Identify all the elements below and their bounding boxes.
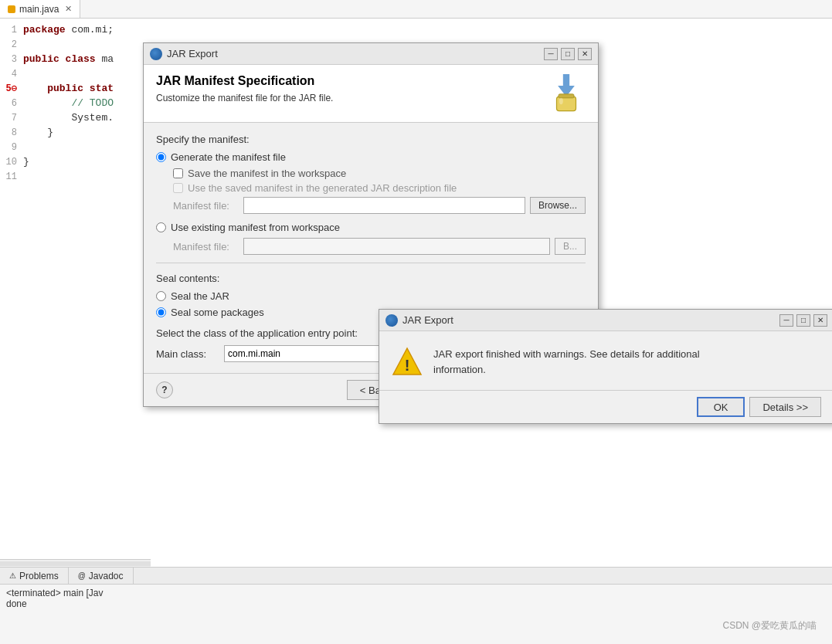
- code-line-1: 1 package com.mi;: [0, 22, 151, 37]
- tab-close-icon[interactable]: ✕: [65, 4, 72, 14]
- jar-icon: [547, 74, 586, 113]
- code-line-5: 5⊖ public stat: [0, 81, 151, 96]
- manifest-file-input[interactable]: [243, 197, 525, 214]
- warning-maximize-button[interactable]: □: [796, 314, 810, 327]
- bottom-tabs: ⚠ Problems @ Javadoc: [0, 568, 832, 585]
- editor-content: 1 package com.mi; 2 3 public class ma 4 …: [0, 19, 151, 567]
- warning-titlebar-controls[interactable]: ─ □ ✕: [779, 314, 827, 327]
- svg-marker-0: [558, 74, 575, 97]
- dialog-header: JAR Manifest Specification Customize the…: [144, 65, 598, 123]
- manifest-file2-input[interactable]: [243, 238, 550, 255]
- warning-line2: information.: [433, 364, 486, 375]
- warning-dialog-title: JAR Export: [402, 314, 453, 326]
- watermark: CSDN @爱吃黄瓜的喵: [722, 619, 817, 632]
- warning-dialog: JAR Export ─ □ ✕ ! JAR export finished w…: [379, 309, 832, 424]
- manifest-file-label: Manifest file:: [173, 200, 239, 212]
- dialog-title-icon: [150, 48, 162, 60]
- warning-titlebar: JAR Export ─ □ ✕: [379, 310, 832, 331]
- seal-packages-label: Seal some packages: [171, 307, 264, 318]
- help-button[interactable]: ?: [156, 381, 173, 398]
- seal-jar-row: Seal the JAR: [156, 290, 586, 302]
- jar-svg: [547, 74, 586, 113]
- minimize-button[interactable]: ─: [544, 48, 558, 60]
- svg-text:!: !: [405, 357, 410, 374]
- browse-manifest2-button[interactable]: B...: [555, 238, 586, 255]
- radio-generate-label: Generate the manifest file: [171, 151, 286, 163]
- maximize-button[interactable]: □: [561, 48, 575, 60]
- svg-rect-2: [559, 94, 574, 98]
- warning-svg: !: [392, 347, 423, 378]
- code-line-4: 4: [0, 66, 151, 81]
- code-line-3: 3 public class ma: [0, 52, 151, 66]
- manifest-file-row: Manifest file: Browse...: [173, 197, 586, 214]
- bottom-content: <terminated> main [Jav done: [0, 585, 832, 612]
- seal-label: Seal contents:: [156, 273, 586, 284]
- code-line-10: 10 }: [0, 154, 151, 169]
- warning-minimize-button[interactable]: ─: [779, 314, 793, 327]
- code-line-7: 7 System.: [0, 110, 151, 125]
- specify-manifest-label: Specify the manifest:: [156, 134, 586, 145]
- details-button[interactable]: Details >>: [749, 397, 821, 417]
- code-line-8: 8 }: [0, 125, 151, 140]
- checkbox-use-saved-label: Use the saved manifest in the generated …: [188, 182, 457, 194]
- warning-line1: JAR export finished with warnings. See d…: [433, 348, 700, 360]
- radio-existing[interactable]: [156, 222, 166, 232]
- radio-seal-packages[interactable]: [156, 307, 166, 317]
- problems-tab-label: Problems: [19, 571, 59, 581]
- dialog-heading: JAR Manifest Specification: [156, 74, 333, 88]
- checkbox-save-manifest[interactable]: [173, 168, 183, 178]
- titlebar-left: JAR Export: [150, 48, 218, 60]
- problems-tab[interactable]: ⚠ Problems: [0, 568, 69, 584]
- horizontal-scrollbar[interactable]: [0, 559, 151, 567]
- scrollbar-track: [0, 561, 151, 566]
- code-line-9: 9: [0, 140, 151, 154]
- ok-button[interactable]: OK: [697, 397, 745, 417]
- javadoc-icon: @: [78, 571, 86, 580]
- dialog-subtitle: Customize the manifest file for the JAR …: [156, 93, 333, 103]
- manifest-file2-row: Manifest file: B...: [173, 238, 586, 255]
- warning-triangle-icon: !: [392, 347, 423, 378]
- console-line-1: <terminated> main [Jav: [6, 588, 826, 598]
- dialog-title-text: JAR Export: [167, 48, 218, 59]
- checkbox-use-saved-row: Use the saved manifest in the generated …: [173, 182, 586, 194]
- javadoc-tab-label: Javadoc: [89, 571, 124, 581]
- warning-message: JAR export finished with warnings. See d…: [433, 347, 700, 377]
- radio-existing-row: Use existing manifest from workspace: [156, 222, 586, 233]
- divider: [156, 263, 586, 263]
- editor-tab-bar: main.java ✕: [0, 0, 832, 19]
- warning-close-button[interactable]: ✕: [813, 314, 827, 327]
- tab-label: main.java: [19, 4, 59, 15]
- console-line-2: done: [6, 598, 826, 609]
- radio-seal-jar[interactable]: [156, 291, 166, 301]
- titlebar-controls[interactable]: ─ □ ✕: [544, 48, 592, 60]
- code-line-11: 11: [0, 169, 151, 184]
- manifest-file2-label: Manifest file:: [173, 241, 239, 253]
- radio-generate[interactable]: [156, 152, 166, 162]
- code-line-2: 2: [0, 37, 151, 52]
- checkbox-save-manifest-label: Save the manifest in the workspace: [188, 168, 346, 179]
- warning-body: ! JAR export finished with warnings. See…: [379, 331, 832, 390]
- svg-rect-1: [557, 97, 576, 110]
- problems-icon: ⚠: [9, 571, 16, 580]
- code-line-6: 6 // TODO: [0, 96, 151, 110]
- seal-jar-label: Seal the JAR: [171, 290, 229, 302]
- dialog-header-text: JAR Manifest Specification Customize the…: [156, 74, 333, 103]
- java-file-icon: [8, 5, 15, 13]
- checkbox-save-manifest-row: Save the manifest in the workspace: [173, 168, 586, 179]
- main-class-label: Main class:: [156, 348, 218, 360]
- browse-manifest-button[interactable]: Browse...: [530, 197, 586, 214]
- bottom-panel: ⚠ Problems @ Javadoc <terminated> main […: [0, 567, 832, 644]
- radio-generate-row: Generate the manifest file: [156, 151, 586, 163]
- radio-existing-label: Use existing manifest from workspace: [171, 222, 340, 233]
- editor-tab-main-java[interactable]: main.java ✕: [0, 0, 80, 18]
- warning-footer: OK Details >>: [379, 390, 832, 423]
- footer-left: ?: [156, 381, 173, 398]
- dialog-titlebar: JAR Export ─ □ ✕: [144, 43, 598, 65]
- warning-titlebar-left: JAR Export: [385, 314, 453, 327]
- close-button[interactable]: ✕: [578, 48, 592, 60]
- checkbox-use-saved[interactable]: [173, 183, 183, 193]
- svg-point-3: [559, 98, 563, 104]
- warning-dialog-icon: [385, 314, 398, 327]
- javadoc-tab[interactable]: @ Javadoc: [69, 568, 134, 584]
